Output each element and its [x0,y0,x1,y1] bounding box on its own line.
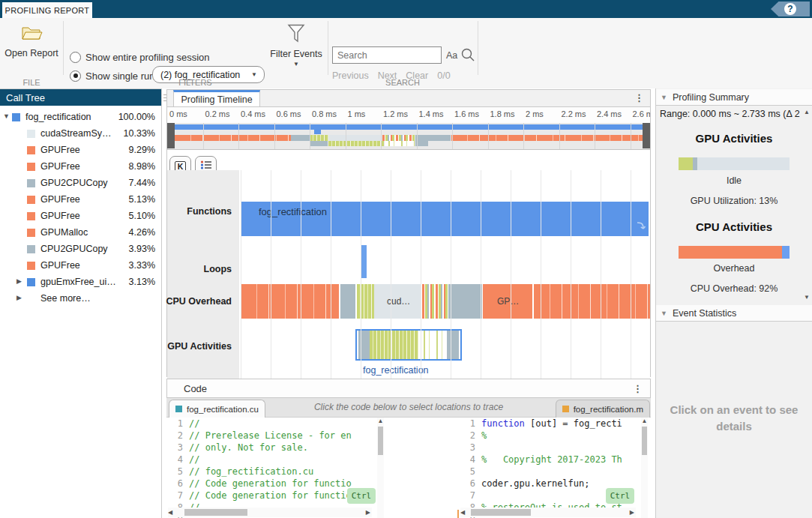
expand-icon[interactable]: ▶ [16,277,22,285]
scroll-right-icon[interactable]: ▶ [366,509,370,516]
timeline-segment[interactable] [241,284,339,319]
timeline-segment[interactable] [291,135,310,141]
timeline-segment[interactable] [451,135,644,141]
code-line[interactable]: 4% Copyright 2017-2023 Th [459,454,641,466]
minimap-right-handle[interactable] [643,123,650,148]
code-line[interactable]: 5 [459,466,641,478]
scroll-up-icon[interactable]: ▲ [804,109,810,115]
call-tree-item-label[interactable]: GPUFree [40,194,80,205]
code-line[interactable]: 5// fog_rectification.cu [166,466,377,478]
timeline-segment[interactable] [415,141,428,146]
timeline-segment[interactable] [415,135,451,141]
timeline-segment[interactable]: cud… [374,284,421,319]
scroll-up-icon[interactable]: ▲ [641,418,648,424]
timeline-segment[interactable] [448,284,482,319]
timeline-menu-icon[interactable]: ⋮ [634,93,644,103]
call-tree-item-label[interactable]: fog_rectification [25,112,91,122]
timeline-segment[interactable] [328,141,384,146]
minimap-left-handle[interactable] [167,123,175,148]
search-input[interactable] [332,46,442,64]
filter-events-button[interactable]: Filter Events ▼ [267,24,325,67]
minimap[interactable] [167,123,650,150]
timeline-segment[interactable] [422,284,448,319]
profiling-summary-header[interactable]: ▼ Profiling Summary [656,89,812,106]
open-report-button[interactable]: Open Report [0,24,63,70]
cu-vscroll-thumb[interactable] [378,427,383,455]
help-button[interactable]: ? [771,1,810,16]
timeline-segment[interactable] [310,135,328,141]
scroll-left-icon[interactable]: ◀ [168,509,172,516]
timeline-segment[interactable] [328,135,382,141]
timeline-segment[interactable] [370,331,418,359]
m-vertical-scrollbar[interactable]: ▲ ▼ [641,418,648,518]
tab-profiling-timeline[interactable]: Profiling Timeline [173,90,260,107]
event-statistics-header[interactable]: ▼ Event Statistics [656,305,812,322]
code-line[interactable]: 1// [166,418,377,430]
timeline-segment[interactable]: GP… [483,284,532,319]
code-line[interactable]: 3 [459,442,641,454]
call-tree-item-label[interactable]: GPU2CPUCopy [40,178,108,188]
call-tree-item-label[interactable]: GPUMalloc [40,227,88,238]
call-tree-item-label[interactable]: GPUFree [40,211,80,221]
cu-vertical-scrollbar[interactable]: ▲ ▼ [377,418,384,518]
search-icon[interactable] [460,47,475,64]
timeline-segment[interactable] [534,284,650,319]
timeline-segment[interactable] [420,331,446,359]
code-pane-cu[interactable]: 1//2// Prerelease License - for en3// on… [166,418,377,518]
cu-hscroll-thumb[interactable] [184,509,247,516]
scroll-down-icon[interactable]: ▼ [804,294,810,301]
call-tree-row[interactable]: GPUFree3.33% [0,258,161,274]
cu-horizontal-scrollbar[interactable]: ◀ ▶ [168,508,372,517]
collapse-icon[interactable]: ▼ [3,112,10,120]
gpu-selected-event[interactable] [355,329,462,361]
m-hscroll-thumb[interactable] [471,509,531,516]
call-tree-row[interactable]: GPUFree8.98% [0,159,161,175]
scroll-right-icon[interactable]: ▶ [630,509,634,516]
call-tree-item-label[interactable]: cudaStreamSy… [40,128,111,139]
timeline-segment[interactable] [314,130,321,134]
code-line[interactable]: 3// only. Not for sale. [166,442,377,454]
call-tree-item-label[interactable]: CPU2GPUCopy [40,244,108,254]
call-tree-row[interactable]: GPUFree5.10% [0,208,161,225]
call-tree-row[interactable]: ▶See more… [0,291,161,307]
code-line[interactable]: 4// [166,454,377,466]
call-tree-item-label[interactable]: GPUFree [40,145,80,155]
call-tree-row[interactable]: GPU2CPUCopy7.44% [0,175,161,192]
functions-event-bar[interactable]: fog_rectification [241,202,649,236]
timeline-segment[interactable] [447,331,459,359]
call-tree-row[interactable]: cudaStreamSy…10.33% [0,126,161,142]
code-menu-icon[interactable]: ⋮ [633,384,643,394]
m-vscroll-thumb[interactable] [642,427,647,455]
call-tree-row[interactable]: GPUFree5.13% [0,192,161,208]
scroll-left-icon[interactable]: ◀ [460,509,465,516]
loop-event-bar[interactable] [361,245,367,278]
code-line[interactable]: 7// Code generation for functio [166,490,377,502]
timeline-tracks[interactable]: fog_rectification cud…GP… fog_rectificat… [239,170,650,380]
match-case-toggle[interactable]: Aa [446,50,457,61]
scroll-up-icon[interactable]: ▲ [377,418,384,424]
call-tree-item-label[interactable]: See more… [40,293,91,304]
timeline-segment[interactable] [175,124,644,130]
call-tree-row[interactable]: GPUMalloc4.26% [0,225,161,241]
call-tree-row[interactable]: ▶gpuEmxFree_ui…3.13% [0,274,161,291]
call-tree-row[interactable]: CPU2GPUCopy3.93% [0,241,161,258]
code-line[interactable]: 1function [out] = fog_recti [459,418,641,430]
call-tree-item-label[interactable]: GPUFree [40,161,80,172]
call-tree-item-label[interactable]: gpuEmxFree_ui… [40,277,116,287]
radio-show-entire-session[interactable]: Show entire profiling session [70,51,209,63]
timeline-segment[interactable] [340,284,355,319]
call-tree-row[interactable]: GPUFree9.29% [0,142,161,159]
code-line[interactable]: 2// Prerelease License - for en [166,430,377,442]
tab-profiling-report[interactable]: PROFILING REPORT [1,1,93,19]
timeline-segment[interactable] [357,284,374,319]
expand-icon[interactable]: ▶ [16,294,22,301]
timeline-segment[interactable] [310,141,328,146]
call-tree-item-label[interactable]: GPUFree [40,260,80,271]
code-line[interactable]: 6// Code generation for functio [166,478,377,490]
code-line[interactable]: 2% [459,430,641,442]
m-horizontal-scrollbar[interactable]: ◀ ▶ [460,508,636,517]
timeline-segment[interactable] [382,135,415,141]
tab-fog-rectification-m[interactable]: fog_rectification.m [556,400,650,418]
call-tree-row[interactable]: ▼fog_rectification100.00% [0,109,161,126]
timeline-segment[interactable] [385,141,415,146]
